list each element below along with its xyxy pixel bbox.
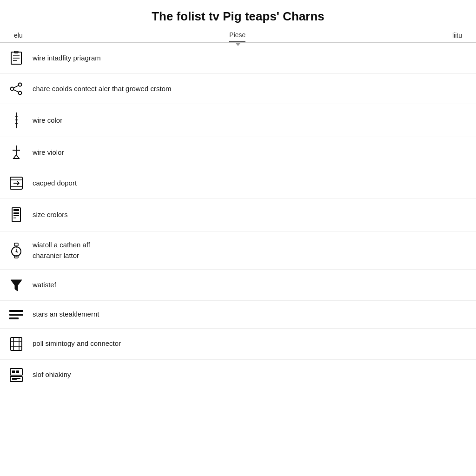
item-label: wiatoll a cathen affcharanier lattor: [33, 240, 90, 261]
nav-center[interactable]: Piese: [229, 31, 245, 42]
svg-rect-46: [16, 370, 19, 373]
svg-rect-36: [9, 314, 23, 316]
item-label: cacped doport: [33, 178, 77, 189]
wire-violor-icon: [9, 145, 23, 159]
item-label: wire violor: [33, 147, 64, 158]
watch-icon: [9, 242, 23, 259]
list-item[interactable]: wire color: [0, 104, 476, 137]
wire-diagram-icon: [9, 51, 23, 65]
item-label: poll simintogy and connector: [33, 338, 121, 349]
item-label: wire intadfity priagram: [33, 53, 101, 64]
list-item[interactable]: size crolors: [0, 198, 476, 231]
list-item[interactable]: cacped doport: [0, 168, 476, 198]
svg-rect-23: [13, 212, 19, 214]
svg-rect-47: [12, 378, 20, 379]
svg-rect-27: [14, 243, 18, 246]
list-item[interactable]: watistef: [0, 270, 476, 301]
svg-rect-25: [13, 218, 16, 218]
list-item[interactable]: slof ohiakiny: [0, 360, 476, 390]
svg-rect-37: [9, 317, 19, 319]
svg-rect-38: [11, 337, 22, 350]
list-item[interactable]: stars an steaklemernt: [0, 301, 476, 329]
wire-color-icon: [9, 112, 23, 128]
item-label: stars an steaklemernt: [33, 309, 99, 320]
item-label: size crolors: [33, 210, 68, 220]
nav-bar: elu Piese liitu: [0, 28, 476, 43]
nav-left[interactable]: elu: [14, 32, 23, 42]
svg-rect-44: [10, 377, 22, 382]
poll-icon: [9, 337, 23, 351]
size-colors-icon: [9, 207, 23, 223]
svg-rect-22: [13, 209, 19, 211]
slot-icon: [9, 368, 23, 382]
svg-point-31: [16, 251, 17, 252]
list-item[interactable]: poll simintogy and connector: [0, 329, 476, 360]
list-item[interactable]: chare coolds contect aler that growed cr…: [0, 74, 476, 104]
svg-line-8: [14, 86, 19, 88]
svg-rect-24: [13, 215, 19, 216]
funnel-icon: [9, 278, 23, 292]
svg-rect-45: [12, 370, 15, 373]
svg-point-7: [11, 87, 14, 91]
item-label: chare coolds contect aler that growed cr…: [33, 84, 171, 94]
svg-line-9: [14, 90, 19, 92]
svg-rect-48: [12, 379, 17, 380]
item-label: slof ohiakiny: [33, 370, 71, 380]
page-title: The folist tv Pig teaps' Charns: [0, 0, 476, 28]
item-label: wire color: [33, 115, 62, 126]
list-item[interactable]: wire intadfity priagram: [0, 43, 476, 74]
cached-icon: [9, 177, 23, 190]
list-item[interactable]: wiatoll a cathen affcharanier lattor: [0, 231, 476, 270]
svg-rect-35: [9, 310, 23, 312]
share-icon: [9, 82, 23, 95]
list-item[interactable]: wire violor: [0, 137, 476, 168]
svg-marker-34: [11, 280, 22, 291]
nav-right[interactable]: liitu: [452, 32, 462, 42]
svg-point-5: [19, 83, 22, 86]
item-label: watistef: [33, 280, 56, 291]
items-list: wire intadfity priagram chare coolds con…: [0, 43, 476, 390]
nav-chevron-icon: [235, 43, 241, 46]
svg-marker-16: [13, 155, 19, 159]
svg-point-6: [19, 92, 22, 95]
stars-icon: [9, 309, 23, 319]
